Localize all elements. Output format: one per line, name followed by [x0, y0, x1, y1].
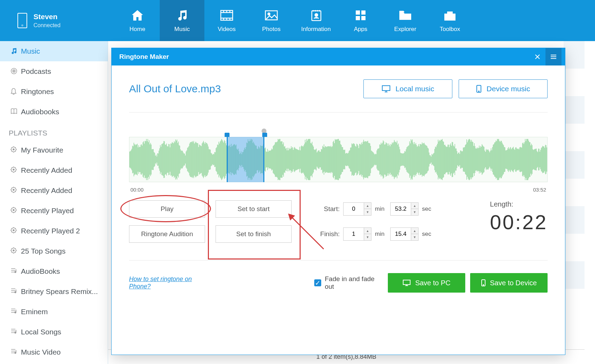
spinner-up-icon[interactable]: ▲ [364, 203, 371, 209]
ringtone-audition-button[interactable]: Ringtone Audition [129, 225, 205, 243]
playlist-item[interactable]: My Favourite [0, 140, 108, 160]
close-button[interactable] [529, 48, 545, 65]
svg-rect-548 [470, 142, 471, 178]
start-sec-input[interactable]: ▲▼ [390, 202, 419, 216]
tab-music[interactable]: Music [160, 0, 204, 41]
sidebar-item-music[interactable]: Music [0, 41, 108, 61]
svg-rect-71 [138, 145, 139, 174]
svg-rect-125 [176, 141, 176, 178]
tab-photos[interactable]: Photos [249, 0, 294, 41]
svg-rect-464 [412, 139, 413, 180]
set-to-finish-button[interactable]: Set to finish [216, 225, 292, 243]
svg-rect-395 [364, 142, 364, 178]
spinner-up-icon[interactable]: ▲ [411, 228, 418, 234]
tab-explorer[interactable]: Explorer [383, 0, 428, 41]
start-min-input[interactable]: ▲▼ [343, 202, 371, 216]
svg-rect-431 [389, 145, 390, 174]
svg-rect-642 [536, 149, 536, 171]
device-music-button[interactable]: Device music [459, 79, 548, 98]
finish-sec-input[interactable]: ▲▼ [390, 227, 419, 241]
device-status: Connected [33, 22, 60, 29]
sidebar-item-podcasts[interactable]: Podcasts [0, 61, 108, 82]
svg-rect-463 [412, 140, 412, 178]
svg-rect-298 [296, 149, 297, 170]
svg-rect-194 [224, 140, 225, 179]
sidebar-item-ringtones[interactable]: Ringtones [0, 82, 108, 102]
svg-rect-280 [284, 147, 284, 172]
svg-rect-514 [447, 147, 447, 172]
svg-rect-349 [332, 146, 332, 173]
svg-rect-509 [443, 142, 444, 177]
fade-checkbox[interactable]: ✓ [314, 279, 321, 286]
playlist-item[interactable]: Recently Added [0, 180, 108, 201]
spinner-down-icon[interactable]: ▼ [364, 209, 371, 215]
svg-rect-142 [188, 147, 188, 172]
playlist-item[interactable]: Britney Spears Remix... [0, 281, 108, 302]
finish-min-input[interactable]: ▲▼ [343, 227, 371, 241]
spinner-down-icon[interactable]: ▼ [364, 234, 371, 240]
svg-rect-429 [388, 146, 388, 173]
spinner-down-icon[interactable]: ▼ [411, 209, 418, 215]
gear-icon [10, 207, 18, 215]
playlist-item[interactable]: Recently Played 2 [0, 221, 108, 241]
svg-rect-79 [144, 144, 144, 175]
waveform-area[interactable] [129, 126, 548, 184]
tab-videos[interactable]: Videos [204, 0, 249, 41]
tab-apps[interactable]: Apps [338, 0, 383, 41]
play-button[interactable]: Play [129, 200, 205, 218]
howto-link[interactable]: How to set ringtone on Phone? [129, 276, 210, 290]
playlist-item[interactable]: AudioBooks [0, 261, 108, 281]
music-icon [175, 8, 189, 22]
playlist-item[interactable]: Recently Played [0, 201, 108, 221]
svg-rect-131 [180, 149, 181, 170]
waveform[interactable] [129, 137, 548, 182]
local-music-button[interactable]: Local music [363, 79, 452, 98]
spinner-up-icon[interactable]: ▲ [411, 203, 418, 209]
svg-rect-647 [540, 152, 540, 167]
set-to-start-button[interactable]: Set to start [216, 200, 292, 218]
save-to-pc-button[interactable]: Save to PC [388, 273, 465, 293]
playlist-item[interactable]: Music Video [0, 342, 108, 362]
svg-rect-397 [366, 141, 366, 178]
list-icon [10, 288, 18, 295]
playlist-item[interactable]: Recently Added [0, 160, 108, 180]
svg-rect-350 [333, 142, 333, 177]
svg-rect-144 [189, 144, 190, 176]
svg-rect-316 [309, 139, 309, 180]
tab-home[interactable]: Home [115, 0, 160, 41]
svg-rect-455 [406, 149, 406, 170]
svg-rect-550 [472, 142, 472, 178]
spinner-up-icon[interactable]: ▲ [364, 228, 371, 234]
save-to-device-button[interactable]: Save to Device [470, 273, 548, 293]
svg-rect-632 [529, 142, 529, 177]
menu-button[interactable] [545, 48, 562, 65]
podcast-icon [10, 68, 18, 75]
svg-point-21 [13, 148, 14, 150]
sidebar: Music Podcasts Ringtones Audiobooks PLAY… [0, 41, 108, 364]
svg-rect-546 [469, 139, 469, 180]
svg-rect-149 [193, 142, 193, 177]
waveform-selection[interactable] [227, 137, 264, 182]
svg-rect-542 [466, 139, 467, 180]
svg-rect-327 [317, 152, 317, 166]
playlist-item[interactable]: Local Songs [0, 322, 108, 342]
sidebar-item-audiobooks[interactable]: Audiobooks [0, 102, 108, 122]
svg-rect-372 [348, 153, 348, 166]
phone-icon [17, 13, 27, 28]
svg-rect-614 [517, 148, 517, 171]
svg-rect-282 [285, 149, 286, 171]
tab-toolbox[interactable]: Toolbox [428, 0, 472, 41]
tab-information[interactable]: Information [294, 0, 338, 41]
spinner-down-icon[interactable]: ▼ [411, 234, 418, 240]
svg-rect-532 [459, 154, 460, 165]
svg-rect-129 [179, 145, 179, 174]
svg-rect-357 [338, 139, 338, 180]
svg-rect-268 [276, 142, 276, 177]
svg-rect-500 [437, 144, 438, 175]
svg-rect-608 [512, 148, 513, 172]
playlists-heading: PLAYLISTS [0, 122, 108, 140]
playlist-item[interactable]: 25 Top Songs [0, 241, 108, 261]
playlist-item[interactable]: Eminem [0, 302, 108, 322]
svg-rect-281 [285, 146, 285, 173]
svg-rect-314 [308, 139, 308, 180]
